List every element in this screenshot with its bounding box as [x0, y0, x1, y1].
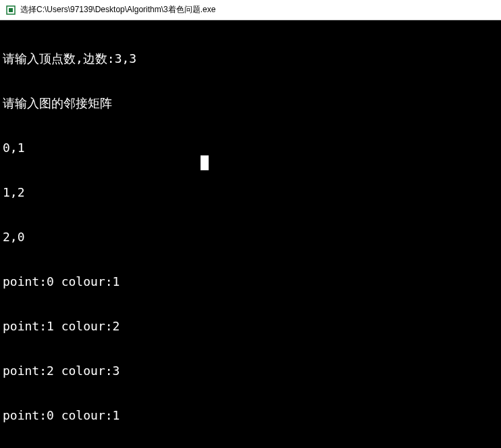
console-output[interactable]: 请输入顶点数,边数:3,3 请输入图的邻接矩阵 0,1 1,2 2,0 poin… [0, 20, 501, 448]
console-line: 1,2 [3, 185, 498, 200]
console-line: point:2 colour:3 [3, 364, 498, 378]
console-line: 2,0 [3, 230, 498, 245]
window-title: 选择C:\Users\97139\Desktop\Algorithm\3着色问题… [20, 4, 215, 16]
text-cursor [201, 155, 209, 170]
app-icon [5, 5, 16, 16]
console-line: point:0 colour:1 [3, 274, 498, 289]
console-line: point:1 colour:2 [3, 319, 498, 334]
svg-rect-1 [9, 8, 13, 12]
console-line: point:0 colour:1 [3, 408, 498, 423]
console-line: 请输入图的邻接矩阵 [3, 96, 498, 111]
title-bar[interactable]: 选择C:\Users\97139\Desktop\Algorithm\3着色问题… [0, 0, 501, 20]
console-line: 请输入顶点数,边数:3,3 [3, 51, 498, 66]
console-line: 0,1 [3, 141, 498, 155]
